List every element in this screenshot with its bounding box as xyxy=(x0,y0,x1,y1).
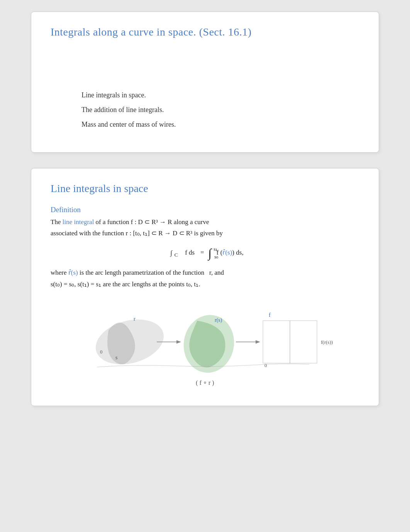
label-0-right: 0 xyxy=(264,362,267,368)
label-frs: f(r(s)) xyxy=(321,339,333,345)
def-line1-suffix: of a function f : D ⊂ R³ → R along a cur… xyxy=(94,218,209,226)
slide1-bullet2: The addition of line integrals. xyxy=(81,103,359,116)
formula-f: ∫ xyxy=(170,249,172,257)
def-line2: associated with the function r : [t₀, t₁… xyxy=(51,228,359,239)
slide1-bullet3: Mass and center of mass of wires. xyxy=(81,118,359,131)
where-block: where r̂(s) is the arc length parametriz… xyxy=(51,267,359,290)
middle-curve: r(s) xyxy=(179,311,239,376)
formula-block: ∫ C f ds = s₁ ∫ s₀ f (r̂(s)) ds, xyxy=(51,247,359,259)
where-line1: where r̂(s) is the arc length parametriz… xyxy=(51,267,359,279)
slide-2: Line integrals in space Definition The l… xyxy=(31,168,379,406)
integral-symbol: ∫ xyxy=(208,246,212,260)
label-s: s xyxy=(115,355,117,360)
formula-s0: s₀ xyxy=(214,254,218,260)
label-rs: r(s) xyxy=(215,317,222,323)
slide1-content: Line integrals in space. The addition of… xyxy=(51,50,359,131)
formula-f-ds: f ds xyxy=(185,249,195,256)
slide-1: Integrals along a curve in space. (Sect.… xyxy=(31,12,379,153)
formula-integral-lhs: ∫ C xyxy=(166,248,181,258)
label-0-left: 0 xyxy=(100,349,103,355)
right-region: f(r(s)) 0 xyxy=(263,321,333,368)
formula-integral-rhs: s₁ ∫ s₀ xyxy=(208,247,212,259)
def-line1-highlight: line integral xyxy=(63,218,94,226)
slide1-title: Integrals along a curve in space. (Sect.… xyxy=(51,26,359,38)
definition-body: The line integral of a function f : D ⊂ … xyxy=(51,216,359,240)
slide1-bullet1: Line integrals in space. xyxy=(81,88,359,102)
formula-equals: = xyxy=(200,249,204,256)
formula-rhs-text: f (r̂(s)) ds, xyxy=(217,249,244,256)
rhat-highlight: r̂(s) xyxy=(68,269,78,276)
formula-c-label: C xyxy=(175,252,178,258)
formula-s1: s₁ xyxy=(213,246,217,252)
label-r: r xyxy=(134,316,136,322)
where-line2: s(t₀) = s₀, s(t₁) = s₁ are the arc lengt… xyxy=(51,279,359,290)
diagram-caption: ( f ∘ r ) xyxy=(51,379,359,386)
diagram-svg: r 0 s r(s) f f(r(s)) xyxy=(51,299,359,377)
def-line1: The line integral of a function f : D ⊂ … xyxy=(51,216,359,228)
diagram-area: r 0 s r(s) f f(r(s)) xyxy=(51,299,359,377)
label-f: f xyxy=(269,312,271,318)
slide2-section-title: Line integrals in space xyxy=(51,182,359,195)
def-line1-prefix: The xyxy=(51,218,63,226)
definition-label: Definition xyxy=(51,206,359,214)
